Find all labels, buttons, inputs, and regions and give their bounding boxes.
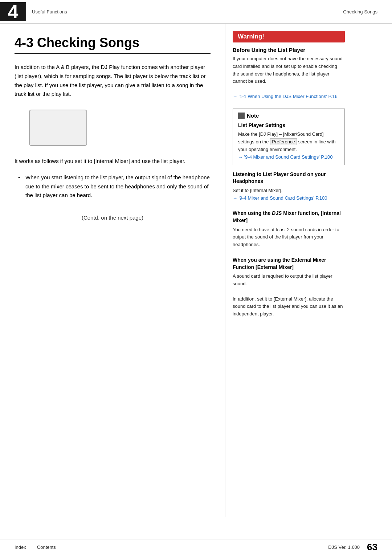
- bullet-item: When you start listening to the list pla…: [18, 173, 211, 200]
- intro-text: In addition to the A & B players, the DJ…: [15, 63, 211, 99]
- footer-version: DJS Ver. 1.600: [328, 544, 360, 550]
- header-left: 4 Useful Functions: [0, 2, 67, 21]
- footer-index-link[interactable]: Index: [15, 544, 26, 550]
- page-body: 4-3 Checking Songs In addition to the A …: [0, 24, 392, 539]
- note-link[interactable]: → '9-4 Mixer and Sound Card Settings' P.…: [238, 154, 333, 160]
- section-3-body-2: In addition, set it to [External Mixer],…: [233, 296, 343, 317]
- follow-text: It works as follows if you set it to [In…: [15, 157, 211, 166]
- note-header: Note: [238, 113, 339, 119]
- section-label: Checking Songs: [343, 9, 377, 15]
- note-label: Note: [247, 113, 259, 119]
- section-1-body-text: Set it to [Internal Mixer].: [233, 188, 282, 193]
- left-column: 4-3 Checking Songs In addition to the A …: [0, 24, 225, 517]
- section-1-link[interactable]: → '9-4 Mixer and Sound Card Settings' P.…: [233, 195, 327, 201]
- warning-section-body: If your computer does not have the neces…: [233, 55, 345, 101]
- note-box: Note List Player Settings Make the [DJ P…: [233, 109, 345, 165]
- right-column: Warning! Before Using the List Player If…: [225, 24, 356, 517]
- warning-section-title: Before Using the List Player: [233, 47, 345, 53]
- section-3-title: When you are using the External Mixer Fu…: [233, 257, 345, 271]
- right-section-1: Listening to List Player Sound on your H…: [233, 171, 345, 202]
- right-section-3: When you are using the External Mixer Fu…: [233, 257, 345, 318]
- note-section-body: Make the [DJ Play] – [Mixer/Sound Card] …: [238, 131, 339, 161]
- contd-line: (Contd. on the next page): [15, 215, 211, 221]
- note-icon: [238, 113, 245, 119]
- warning-section: Before Using the List Player If your com…: [233, 47, 345, 101]
- footer-contents-link[interactable]: Contents: [37, 544, 56, 550]
- bullet-list: When you start listening to the list pla…: [18, 173, 211, 200]
- footer-right: DJS Ver. 1.600 63: [328, 542, 377, 553]
- footer-page-number: 63: [367, 542, 377, 553]
- preference-word: Preference: [270, 138, 297, 145]
- note-section-title: List Player Settings: [238, 122, 339, 129]
- section-2-title: When using the DJS Mixer function, [Inte…: [233, 210, 345, 224]
- warning-body-text: If your computer does not have the neces…: [233, 56, 343, 84]
- section-2-djs: DJS: [272, 210, 282, 216]
- footer-left: Index Contents: [15, 544, 56, 550]
- footer: Index Contents DJS Ver. 1.600 63: [0, 539, 392, 555]
- page-title: 4-3 Checking Songs: [15, 35, 211, 54]
- chapter-label: Useful Functions: [32, 9, 67, 15]
- section-2-body: You need to have at least 2 sound cards …: [233, 226, 345, 249]
- header-bar: 4 Useful Functions Checking Songs: [0, 0, 392, 24]
- warning-label: Warning!: [233, 31, 345, 42]
- chapter-number: 4: [0, 2, 26, 21]
- warning-link[interactable]: → '1-1 When Using the DJS Mixer Function…: [233, 94, 338, 99]
- section-3-body-1: A sound card is required to output the l…: [233, 273, 332, 286]
- list-player-image: [29, 110, 87, 146]
- section-3-body: A sound card is required to output the l…: [233, 273, 345, 318]
- section-2-title-part1: When using the: [233, 210, 272, 216]
- right-section-2: When using the DJS Mixer function, [Inte…: [233, 210, 345, 249]
- section-1-body: Set it to [Internal Mixer]. → '9-4 Mixer…: [233, 187, 345, 202]
- section-1-title: Listening to List Player Sound on your H…: [233, 171, 345, 185]
